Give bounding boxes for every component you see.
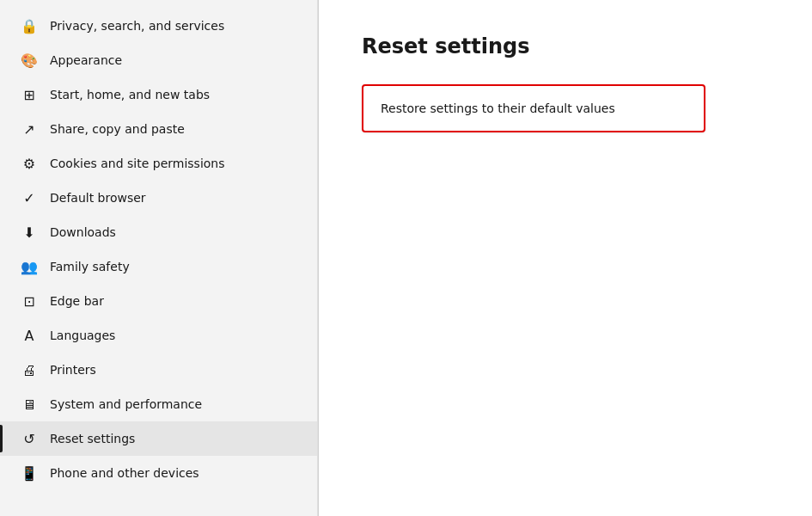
phone-icon: 📱 [21,464,38,482]
sidebar-item-share-copy[interactable]: ↗Share, copy and paste [0,112,317,146]
sidebar-item-label-privacy: Privacy, search, and services [50,19,224,33]
sidebar-item-label-cookies: Cookies and site permissions [50,157,225,170]
sidebar-item-default-browser[interactable]: ✓Default browser [0,181,317,215]
sidebar-item-label-start-home: Start, home, and new tabs [50,88,210,101]
sidebar-item-family-safety[interactable]: 👥Family safety [0,249,317,284]
cookies-icon: ⚙ [21,155,38,172]
sidebar-item-label-default-browser: Default browser [50,191,146,205]
default-browser-icon: ✓ [21,189,38,206]
sidebar-item-label-reset-settings: Reset settings [50,432,135,445]
sidebar-item-languages[interactable]: ALanguages [0,318,317,353]
restore-defaults-card[interactable]: Restore settings to their default values [362,84,705,132]
appearance-icon: 🎨 [21,52,38,69]
sidebar-item-edge-bar[interactable]: ⊡Edge bar [0,284,317,318]
sidebar-item-system[interactable]: 🖥System and performance [0,387,317,421]
family-safety-icon: 👥 [21,258,38,275]
sidebar-item-phone[interactable]: 📱Phone and other devices [0,456,317,490]
sidebar: 🔒Privacy, search, and services🎨Appearanc… [0,0,318,516]
sidebar-item-label-appearance: Appearance [50,53,122,67]
reset-icon: ↺ [21,430,38,447]
sidebar-item-label-phone: Phone and other devices [50,466,199,480]
start-home-icon: ⊞ [21,86,38,103]
system-icon: 🖥 [21,396,38,413]
sidebar-item-label-downloads: Downloads [50,225,116,239]
sidebar-item-cookies[interactable]: ⚙Cookies and site permissions [0,146,317,181]
main-content: Reset settings Restore settings to their… [319,0,812,516]
page-title: Reset settings [362,34,769,58]
sidebar-item-label-share-copy: Share, copy and paste [50,122,185,136]
privacy-icon: 🔒 [21,17,38,34]
share-copy-icon: ↗ [21,120,38,138]
sidebar-item-reset-settings[interactable]: ↺Reset settings [0,421,317,456]
edge-bar-icon: ⊡ [21,292,38,310]
downloads-icon: ⬇ [21,224,38,241]
languages-icon: A [21,327,38,344]
sidebar-item-label-edge-bar: Edge bar [50,294,104,308]
sidebar-item-privacy[interactable]: 🔒Privacy, search, and services [0,9,317,43]
sidebar-item-appearance[interactable]: 🎨Appearance [0,43,317,77]
sidebar-item-label-family-safety: Family safety [50,260,130,273]
sidebar-item-label-printers: Printers [50,363,96,377]
sidebar-item-label-languages: Languages [50,329,115,342]
printers-icon: 🖨 [21,361,38,378]
sidebar-item-downloads[interactable]: ⬇Downloads [0,215,317,249]
sidebar-item-printers[interactable]: 🖨Printers [0,353,317,387]
restore-defaults-label: Restore settings to their default values [381,101,615,115]
sidebar-item-label-system: System and performance [50,397,202,411]
sidebar-item-start-home[interactable]: ⊞Start, home, and new tabs [0,77,317,112]
